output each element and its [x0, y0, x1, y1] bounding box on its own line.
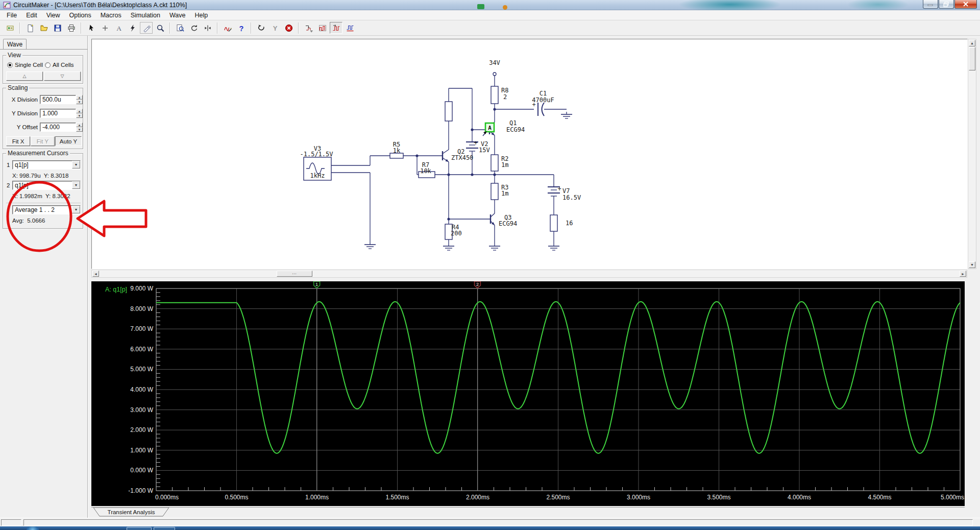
menu-item-wave[interactable]: Wave [165, 11, 190, 20]
auto-y-button[interactable]: Auto Y [55, 136, 82, 146]
cursor-1-dropdown-icon[interactable]: ▼ [72, 161, 80, 168]
y-offset-spinner[interactable]: ▲▼ [76, 123, 83, 132]
y-offset-input[interactable]: -4.000 [40, 123, 76, 132]
schematic-vscrollbar[interactable]: ▲ ▼ [968, 39, 976, 269]
schematic-capture-tool-icon[interactable] [4, 22, 16, 34]
title-bar: CircuitMaker - [C:\Users\Tóth Béla\Deskt… [0, 0, 980, 10]
measurement-cursors-group: Measurement Cursors 1 q1[p] ▼ X: 998.79u… [3, 153, 83, 229]
restore-button[interactable] [939, 0, 954, 9]
close-button[interactable] [954, 0, 977, 9]
mirror-tool-icon[interactable] [201, 22, 214, 34]
y-tick-label: 3.000 W [130, 406, 153, 414]
schematic-label: 1kHz [310, 172, 325, 179]
print-icon[interactable] [65, 22, 78, 34]
y-division-spinner[interactable]: ▲▼ [76, 109, 83, 118]
x-tick-label: 1.500ms [385, 494, 409, 501]
select-cursor-tool-icon[interactable] [85, 22, 97, 34]
analysis-tab-bar: Transient Analysis [91, 507, 965, 517]
menu-bar: FileEditViewOptionsMacrosSimulationWaveH… [0, 10, 980, 20]
scaling-group: Scaling X Division 500.0u ▲▼ Y Division … [3, 88, 83, 149]
cell-down-button[interactable]: ▽ [44, 71, 81, 81]
save-file-icon[interactable] [51, 22, 64, 34]
zoom-window-tool-icon[interactable] [174, 22, 186, 34]
menu-item-simulation[interactable]: Simulation [126, 11, 165, 20]
digital-analyses-icon[interactable] [344, 22, 356, 34]
reset-simulation-icon[interactable] [255, 22, 267, 34]
rotate-tool-icon[interactable] [187, 22, 200, 34]
schematic-label: 16 [566, 220, 573, 227]
help-icon[interactable]: ? [235, 22, 248, 34]
new-file-icon[interactable] [23, 22, 36, 34]
transient-analysis-tab-label[interactable]: Transient Analysis [108, 509, 155, 515]
cell-up-button[interactable]: △ [6, 71, 43, 81]
y-division-input[interactable]: 1.000 [40, 109, 76, 118]
menu-item-help[interactable]: Help [190, 11, 213, 20]
average-dropdown-icon[interactable]: ▼ [72, 206, 80, 213]
menu-item-view[interactable]: View [42, 11, 65, 20]
toolbar-separator [81, 22, 82, 34]
scroll-right-icon[interactable]: ► [960, 271, 966, 277]
menu-item-macros[interactable]: Macros [96, 11, 126, 20]
menu-item-file[interactable]: File [2, 11, 21, 20]
schematic-hscrollbar[interactable]: ◄ ⋯ ► [91, 270, 967, 278]
wallpaper-blob [847, 0, 909, 11]
svg-text:Y: Y [273, 25, 277, 32]
taskbar-button[interactable] [154, 527, 175, 530]
fit-y-button[interactable]: Fit Y [31, 136, 55, 146]
fit-x-button[interactable]: Fit X [6, 136, 30, 146]
schematic-label: 1k [393, 147, 401, 154]
analog-setup-icon[interactable] [302, 22, 315, 34]
zoom-tool-icon[interactable] [154, 22, 166, 34]
x-division-spinner[interactable]: ▲▼ [76, 95, 83, 104]
cursor-2-dropdown-icon[interactable]: ▼ [72, 181, 80, 189]
mixed-mode-simulation-icon[interactable] [221, 22, 234, 34]
probe-y-tool-icon[interactable]: Y [268, 22, 281, 34]
transient-analysis-tab[interactable]: Transient Analysis [92, 508, 205, 517]
schematic-label: ZTX450 [451, 154, 473, 161]
schematic-canvas[interactable]: A34VR82C14700uF+Q1ECG94+V215VR21mR31m+V7… [91, 39, 968, 269]
window-controls [922, 0, 977, 9]
cursor-2-signal-select[interactable]: q1[p] ▼ [12, 181, 81, 190]
cursor-1-signal-select[interactable]: q1[p] ▼ [12, 160, 81, 170]
single-cell-radio[interactable] [7, 62, 13, 68]
all-cells-radio[interactable] [45, 62, 51, 68]
start-orb[interactable] [27, 526, 39, 530]
schematic-label: ECG94 [506, 126, 525, 133]
average-mode-select[interactable]: Average 1 . . 2 ▼ [12, 205, 81, 214]
open-file-icon[interactable] [37, 22, 50, 34]
transient-run-icon[interactable] [330, 22, 342, 34]
x-tick-label: 2.500ms [546, 494, 570, 501]
y-offset-label: Y Offset [5, 124, 38, 130]
vscroll-thumb[interactable] [969, 47, 975, 70]
scroll-left-icon[interactable]: ◄ [92, 271, 99, 277]
hscroll-thumb[interactable]: ⋯ [277, 271, 312, 277]
taskbar-button[interactable] [127, 527, 152, 530]
scroll-down-icon[interactable]: ▼ [969, 261, 975, 268]
y-tick-label: 0.000 W [130, 467, 153, 474]
toolbar-separator [298, 22, 299, 34]
scroll-up-icon[interactable]: ▲ [969, 40, 975, 46]
x-tick-label: 2.000ms [466, 494, 489, 501]
minimize-button[interactable] [923, 0, 938, 9]
schematic-label: 1m [501, 161, 508, 168]
tab-wave[interactable]: Wave [3, 39, 27, 50]
probe-tool-icon[interactable] [140, 22, 153, 34]
y-tick-label: 4.000 W [130, 386, 153, 393]
y-tick-label: 8.000 W [130, 305, 153, 312]
place-part-tool-icon[interactable] [99, 22, 111, 34]
stop-simulation-icon[interactable] [282, 22, 295, 34]
text-tool-icon[interactable]: A [112, 22, 125, 34]
schematic-label: -1.5/1.5V [300, 151, 333, 158]
menu-item-options[interactable]: Options [65, 11, 96, 20]
toolbar-separator [251, 22, 252, 34]
schematic-label: 1m [501, 190, 508, 197]
x-tick-label: 4.500ms [868, 494, 891, 501]
main-area: A34VR82C14700uF+Q1ECG94+V215VR21mR31m+V7… [88, 36, 980, 518]
waveform-panel[interactable]: 9.000 W8.000 W7.000 W6.000 W5.000 W4.000… [91, 281, 965, 506]
y-tick-label: 6.000 W [130, 346, 153, 353]
svg-text:A: A [116, 25, 121, 32]
wire-tool-icon[interactable] [126, 22, 139, 34]
analog-analyses-icon[interactable] [316, 22, 329, 34]
x-division-input[interactable]: 500.0u [40, 95, 76, 104]
menu-item-edit[interactable]: Edit [21, 11, 42, 20]
